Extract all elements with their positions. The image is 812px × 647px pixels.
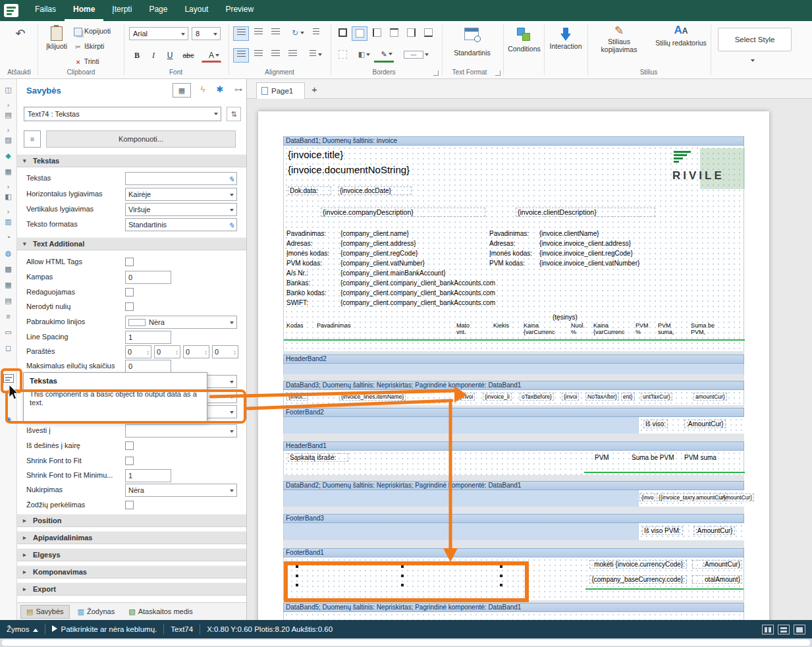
paintbrush-icon[interactable]: ◆ <box>0 152 16 160</box>
label[interactable]: Adresas: <box>286 240 312 247</box>
font-size-select[interactable]: 8 <box>192 27 221 40</box>
rtl-checkbox[interactable] <box>125 441 134 450</box>
section-export[interactable]: ▸Export <box>17 582 246 596</box>
select-style-button[interactable]: Select Style <box>718 28 792 51</box>
object-selector[interactable]: Text74 : Tekstas <box>24 107 221 121</box>
rotate-text-button[interactable]: ↻ <box>284 26 306 41</box>
text-format-value[interactable]: Standartinis <box>442 49 502 57</box>
column-header[interactable]: PVM suma <box>684 454 717 461</box>
horizontal-scrollbar[interactable] <box>0 638 812 647</box>
stepper-arrows-icon[interactable]: ↕ <box>204 347 207 358</box>
value[interactable]: {company_client.company_client_bankAccou… <box>340 299 495 306</box>
conditions-button[interactable]: Conditions <box>506 25 543 67</box>
edit-pencil-icon[interactable]: ✎ <box>229 219 234 231</box>
tab-savybes[interactable]: ▤Savybės <box>20 605 70 619</box>
cell[interactable]: {{invoice_taxry.amountCur} <box>657 493 728 501</box>
tab-page1[interactable]: Page1 <box>256 82 305 99</box>
band-content-databand3[interactable]: {invoi... {invoice_lines.itemName} {invo… <box>283 390 744 405</box>
paste-button[interactable]: Įklijuoti <box>42 25 71 66</box>
band-header-databand3[interactable]: DataBand3; Duomenų šaltinis: Nepriskirta… <box>283 381 744 390</box>
delete-button[interactable]: × Trinti <box>74 57 99 66</box>
label[interactable]: A/s Nr.: <box>286 269 308 277</box>
column-header[interactable]: Mato vnt. <box>456 322 477 335</box>
nerodyti-nuliu-checkbox[interactable] <box>125 302 134 311</box>
align-middle-button[interactable] <box>250 26 266 41</box>
border-outside-button[interactable] <box>352 26 367 41</box>
menu-tab-failas[interactable]: Failas <box>26 0 65 21</box>
column-header[interactable]: Pavadinimas <box>317 322 396 329</box>
column-header[interactable]: PVM % <box>636 322 654 335</box>
redaguojamas-checkbox[interactable] <box>125 288 134 296</box>
band-header-headerband2[interactable]: HeaderBand2 <box>283 354 744 364</box>
field-docdate[interactable]: {invoice.docDate} <box>338 186 412 195</box>
field-issued-label[interactable]: Sąskaitą išrašė: <box>288 453 348 462</box>
cell[interactable]: amountCur} <box>693 393 727 401</box>
continuous-view-icon[interactable] <box>778 625 790 634</box>
value[interactable]: {invoice.clientName} <box>539 230 599 237</box>
label[interactable]: Banko kodas: <box>286 289 327 296</box>
value[interactable]: {company_client.company_client_bankAccou… <box>340 289 495 296</box>
column-header[interactable]: Nuol. % <box>571 322 591 335</box>
line-style-button[interactable]: — <box>396 48 431 63</box>
undo-button[interactable]: ↶ <box>9 26 32 46</box>
field-isviso-pvm-value[interactable]: :AmountCur} <box>693 526 735 535</box>
check-report-button[interactable]: Patikrinkite ar nėra keblumų. <box>52 625 157 633</box>
menu-tab-layout[interactable]: Layout <box>176 0 217 21</box>
scrollbar-thumb[interactable] <box>2 640 810 646</box>
component-pages-icon[interactable]: ◫ <box>0 86 16 94</box>
underline-button[interactable]: U <box>162 49 178 63</box>
isvesti-i-select[interactable] <box>125 424 237 437</box>
cell[interactable]: ent} <box>621 393 635 401</box>
column-header[interactable]: Kiekis <box>493 322 517 329</box>
label[interactable]: PVM kodas: <box>489 260 525 267</box>
compose-button[interactable]: Komponuoti... <box>46 130 236 148</box>
value[interactable]: {invoice.invoice_client.address} <box>539 240 631 247</box>
add-page-button[interactable]: + <box>311 84 317 95</box>
strikeout-button[interactable]: abc <box>178 49 198 63</box>
band-header-databand5[interactable]: DataBand5; Duomenų šaltinis: Nepriskirta… <box>283 603 744 612</box>
interaction-button[interactable]: Interaction <box>547 25 585 67</box>
shrink-font-checkbox[interactable] <box>125 457 134 465</box>
cell[interactable]: {invoice_li <box>483 393 512 401</box>
band-content-headerband1[interactable]: Sąskaitą išrašė: PVM Suma be PVM PVM sum… <box>283 451 744 475</box>
multi-page-view-icon[interactable] <box>794 625 805 634</box>
label[interactable]: Pavadinimas: <box>286 230 326 237</box>
column-header[interactable]: Kodas <box>286 322 313 329</box>
field-client-description[interactable]: {invoice.clientDescription} <box>516 208 655 217</box>
label[interactable]: Adresas: <box>489 240 515 247</box>
band-header-databand1[interactable]: DataBand1; Duomenų šaltinis: invoice <box>283 136 744 146</box>
settings-gear-icon[interactable]: ✱ <box>213 83 227 98</box>
font-family-select[interactable]: Arial <box>129 27 188 40</box>
gear-icon[interactable]: ◉ <box>0 415 16 424</box>
field-moketi-label[interactable]: mokėti {invoice.currencyCode}: <box>589 560 687 569</box>
field-dokdata-label[interactable]: Dok.data: <box>288 186 331 195</box>
menu-tab-preview[interactable]: Preview <box>217 0 262 21</box>
field-basecurrency-label[interactable]: {company_baseCurrency.code}: <box>589 575 687 584</box>
cell[interactable]: oTaxBefore} <box>520 393 554 401</box>
align-right-button[interactable] <box>267 48 283 63</box>
rectangle-icon[interactable]: ▭ <box>0 328 16 337</box>
tab-ataskaitos-medis[interactable]: ▧Ataskaitos medis <box>122 605 199 619</box>
image-icon[interactable]: ▩ <box>0 265 16 273</box>
border-left-button[interactable] <box>369 26 385 41</box>
align-left-button[interactable] <box>233 48 249 63</box>
band-header-footerband2[interactable]: FooterBand2 <box>283 408 744 417</box>
label[interactable]: Įmonės kodas: <box>286 250 329 257</box>
field-continuation[interactable]: (tęsinys) <box>553 314 578 321</box>
margin-top-stepper[interactable]: 0↕ <box>154 345 180 358</box>
chevron-icon[interactable]: › <box>0 127 16 134</box>
band-content-databand2[interactable]: {invo {{invoice_taxry.amountCur} :Amount… <box>283 490 744 507</box>
selection-handles[interactable] <box>296 565 300 588</box>
border-all-button[interactable] <box>335 26 350 41</box>
value[interactable]: {invoice.invoice_client.regCode} <box>539 250 633 257</box>
value[interactable]: {invoice.invoice_client.vatNumber} <box>539 260 639 267</box>
report-page[interactable]: DataBand1; Duomenų šaltinis: invoice {in… <box>258 111 769 620</box>
tags-toggle[interactable]: Žymos <box>7 625 38 633</box>
column-header[interactable]: Suma be PVM, <box>691 322 726 335</box>
column-header[interactable]: Kaina {varCurrenc <box>593 322 633 335</box>
edit-pencil-icon[interactable]: ✎ <box>229 173 234 185</box>
menu-tab-iterpti[interactable]: Įterpti <box>103 0 140 21</box>
band-content-databand5[interactable] <box>283 612 744 620</box>
compose-lines-icon[interactable]: ≡ <box>24 130 41 148</box>
cell[interactable]: {invoice_lines.itemName} <box>339 393 406 401</box>
